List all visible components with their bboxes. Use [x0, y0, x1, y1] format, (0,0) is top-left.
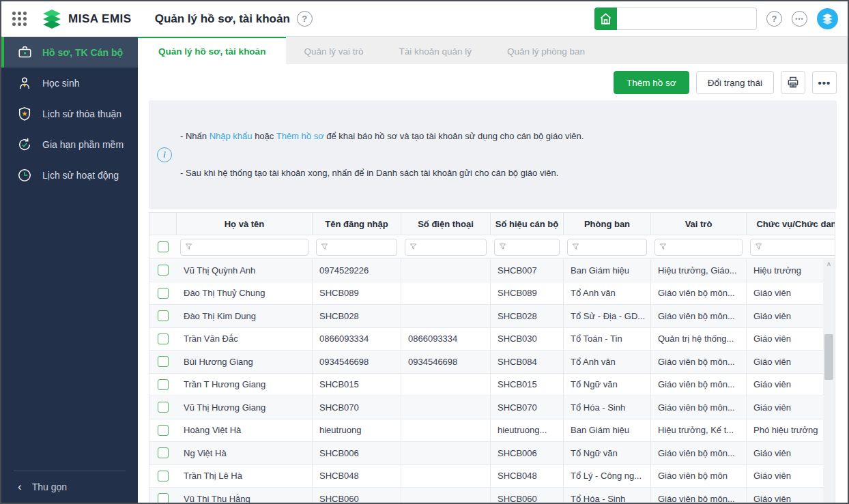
misa-emis-logo[interactable]: MISA EMIS	[42, 10, 132, 29]
table-cell: 0866093334	[313, 328, 401, 351]
table-row[interactable]: Vũ Thị Thu HằngSHCB060SHCB060Tổ Hóa - Si…	[149, 488, 835, 504]
table-cell: Tổ Anh văn	[564, 351, 651, 373]
collapse-sidebar-button[interactable]: ‹ Thu gọn	[1, 471, 138, 503]
tab[interactable]: Quản lý phòng ban	[489, 37, 603, 64]
table-row[interactable]: Vũ Thị Hương GiangSHCB070SHCB070Tổ Hóa -…	[149, 396, 835, 419]
app-launcher-icon[interactable]	[12, 12, 27, 26]
table-row[interactable]: Trần Thị Lê HàSHCB048SHCB048Tổ Lý - Công…	[149, 465, 835, 488]
filter-input[interactable]	[316, 239, 397, 256]
row-checkbox[interactable]	[158, 471, 169, 481]
add-record-button[interactable]: Thêm hồ sơ	[614, 71, 689, 94]
table-cell	[401, 442, 491, 464]
sidebar-item[interactable]: Học sinh	[1, 68, 138, 98]
column-header[interactable]: Tên đăng nhập	[313, 213, 401, 235]
vertical-scroll-thumb[interactable]	[824, 334, 833, 380]
shield-star-icon: ★	[16, 106, 33, 121]
school-name-input[interactable]	[617, 8, 757, 30]
column-header[interactable]: Chức vụ/Chức danh	[747, 213, 835, 235]
table-cell: SHCB070	[313, 396, 401, 419]
table-row[interactable]: Vũ Thị Quỳnh Anh0974529226SHCB007Ban Giá…	[149, 259, 835, 282]
vertical-scrollbar[interactable]: ˄ ˅	[823, 259, 835, 504]
print-button[interactable]	[781, 71, 805, 94]
table-cell: hieutruong	[313, 419, 401, 442]
table-cell: SHCB015	[313, 374, 401, 396]
filter-input[interactable]	[654, 239, 743, 256]
brand-name: MISA EMIS	[68, 12, 132, 26]
sidebar-bottom: ‹ Thu gọn	[1, 471, 138, 503]
table-row[interactable]: Đào Thị Kim DungSHCB028SHCB028Tổ Sử - Đị…	[149, 305, 835, 328]
tabbar: Quản lý hồ sơ, tài khoảnQuản lý vai tròT…	[138, 37, 848, 64]
info-icon: i	[157, 147, 172, 162]
column-header[interactable]: Họ và tên	[177, 213, 313, 235]
column-header[interactable]: Số hiệu cán bộ	[491, 213, 564, 235]
row-checkbox-cell	[149, 310, 177, 321]
filter-cell	[313, 235, 401, 258]
table-cell: Ng Việt Hà	[177, 442, 313, 464]
row-checkbox[interactable]	[158, 447, 169, 458]
banner-line-2: - Sau khi hệ thống tạo tài khoản xong, n…	[180, 167, 584, 179]
table-row[interactable]: Trần T Hương GiangSHCB015SHCB015Tổ Ngữ v…	[149, 374, 835, 397]
select-all-checkbox[interactable]	[158, 241, 169, 252]
filter-input[interactable]	[750, 239, 835, 256]
filter-input[interactable]	[494, 239, 560, 256]
sidebar-item[interactable]: Hồ sơ, TK Cán bộ	[1, 37, 138, 68]
sidebar-item-label: Hồ sơ, TK Cán bộ	[42, 47, 123, 58]
sidebar-item[interactable]: Gia hạn phần mềm	[1, 129, 138, 160]
row-checkbox[interactable]	[158, 493, 169, 504]
table-row[interactable]: Bùi Hương Giang09345466980934546698SHCB0…	[149, 351, 835, 374]
row-checkbox[interactable]	[158, 379, 169, 390]
row-checkbox[interactable]	[158, 288, 169, 299]
help-icon[interactable]: ?	[766, 11, 782, 27]
table-header-row: Họ và tênTên đăng nhậpSố điện thoạiSố hi…	[149, 213, 835, 235]
table-cell: SHCB089	[491, 282, 564, 305]
table-cell: SHCB007	[491, 259, 564, 282]
row-checkbox[interactable]	[158, 356, 169, 367]
table-row[interactable]: Trần Văn Đắc08660933340866093334SHCB030T…	[149, 328, 835, 351]
table-cell: Tổ Sử - Địa - GD...	[564, 305, 651, 327]
more-options-icon[interactable]: •••	[792, 11, 807, 27]
row-checkbox-cell	[149, 493, 177, 504]
table-cell	[401, 374, 491, 396]
tab[interactable]: Quản lý vai trò	[286, 37, 381, 64]
row-checkbox[interactable]	[158, 310, 169, 321]
table-row[interactable]: Đào Thị Thuỷ ChungSHCB089SHCB089Tổ Anh v…	[149, 282, 835, 306]
column-header[interactable]: Số điện thoại	[401, 213, 491, 235]
home-icon[interactable]	[594, 8, 617, 30]
title-help-icon[interactable]: ?	[297, 11, 313, 27]
row-checkbox[interactable]	[158, 425, 169, 436]
add-record-link[interactable]: Thêm hồ sơ	[276, 131, 324, 141]
sidebar-item[interactable]: Lịch sử hoạt động	[1, 160, 138, 190]
vertical-scroll-track[interactable]	[823, 269, 835, 504]
more-actions-button[interactable]: •••	[812, 71, 837, 94]
filter-input[interactable]	[405, 239, 487, 256]
filter-input[interactable]	[567, 239, 647, 256]
table-cell: Giáo viên bộ môn...	[651, 282, 747, 305]
row-checkbox[interactable]	[158, 265, 169, 276]
table-cell: Đào Thị Kim Dung	[177, 305, 313, 327]
table-row[interactable]: Ng Việt HàSHCB006SHCB006Tổ Ngữ vănGiáo v…	[149, 442, 835, 465]
import-link[interactable]: Nhập khẩu	[210, 131, 253, 141]
student-icon	[16, 76, 33, 91]
funnel-icon	[572, 241, 579, 253]
user-avatar[interactable]	[817, 8, 838, 29]
house-icon	[599, 12, 612, 25]
row-checkbox-cell	[149, 402, 177, 413]
scroll-up-icon[interactable]: ˄	[823, 259, 835, 269]
funnel-icon	[321, 241, 328, 253]
sidebar-item[interactable]: ★Lịch sử thỏa thuận	[1, 98, 138, 129]
change-status-button[interactable]: Đổi trạng thái	[696, 71, 774, 94]
table-cell	[401, 305, 491, 327]
column-header[interactable]: Vai trò	[651, 213, 747, 235]
table-cell	[401, 419, 491, 442]
sidebar-menu: Hồ sơ, TK Cán bộHọc sinh★Lịch sử thỏa th…	[1, 37, 138, 190]
row-checkbox[interactable]	[158, 402, 169, 413]
filter-input[interactable]	[180, 239, 308, 256]
table-row[interactable]: Hoàng Việt Hàhieutruonghieutruong...Ban …	[149, 419, 835, 443]
tab[interactable]: Quản lý hồ sơ, tài khoản	[138, 37, 286, 64]
table-cell: SHCB048	[313, 465, 401, 488]
tab[interactable]: Tài khoản quản lý	[381, 37, 489, 64]
table-cell: Giáo viên bộ môn...	[651, 396, 747, 419]
column-header[interactable]: Phòng ban	[564, 213, 651, 235]
row-checkbox[interactable]	[158, 333, 169, 344]
sidebar-item-label: Lịch sử hoạt động	[42, 170, 119, 181]
